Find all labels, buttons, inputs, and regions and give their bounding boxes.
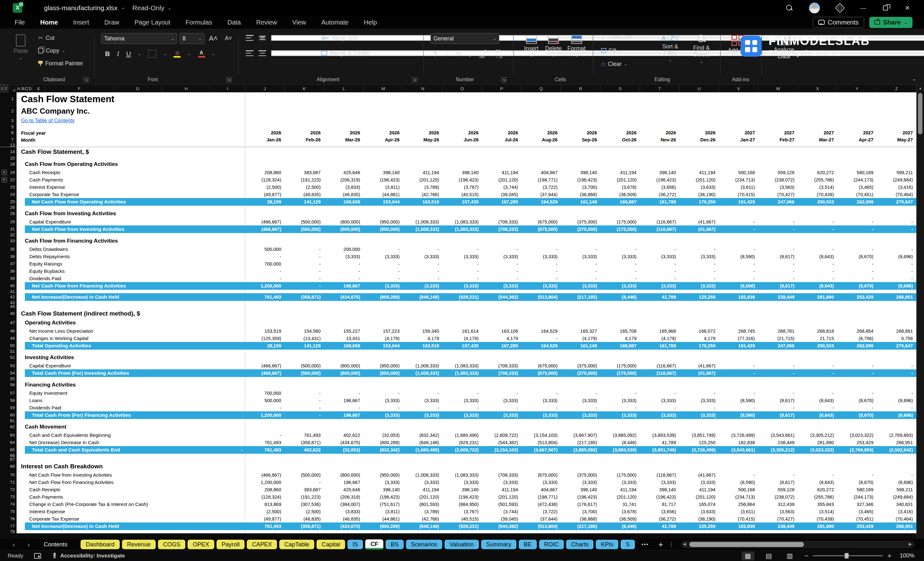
cell[interactable]: - <box>285 389 324 397</box>
cell[interactable]: 281,890 <box>798 439 837 446</box>
cell[interactable]: 247,066 <box>758 342 798 350</box>
cell[interactable]: 41,789 <box>640 439 680 446</box>
row-label[interactable] <box>16 206 245 209</box>
cell[interactable]: (500,000) <box>285 369 324 377</box>
cell[interactable]: - <box>364 404 403 411</box>
row-number[interactable]: 65 <box>8 446 16 454</box>
cell[interactable]: 2027 <box>877 129 916 136</box>
scroll-left-arrow[interactable]: ◀ <box>683 542 686 546</box>
cell[interactable]: - <box>877 225 916 233</box>
cell[interactable]: - <box>324 389 364 397</box>
cell[interactable]: (3,893,539) <box>640 431 680 439</box>
cell[interactable]: (434,675) <box>324 293 364 301</box>
row-number[interactable]: 68 <box>8 462 16 471</box>
cell[interactable]: (3,333) <box>364 411 403 419</box>
cell[interactable]: (3,656) <box>640 183 680 191</box>
cell[interactable]: 157,435 <box>442 198 482 206</box>
cell[interactable]: 411,194 <box>482 169 522 176</box>
column-header-Q[interactable]: Q <box>522 85 561 92</box>
cell[interactable]: (128,324) <box>245 493 285 501</box>
cell[interactable]: 165,968 <box>640 327 680 334</box>
sheet-tab-capital[interactable]: Capital <box>316 540 345 549</box>
cell[interactable]: - <box>482 260 522 267</box>
cell[interactable]: 191,429 <box>719 198 758 206</box>
cell[interactable]: - <box>364 275 403 282</box>
cell[interactable]: (3,333) <box>522 253 561 260</box>
row-number[interactable]: 25 <box>8 198 16 206</box>
cell[interactable]: 599,211 <box>877 169 916 176</box>
cell[interactable]: (116,667) <box>640 369 680 377</box>
row-number[interactable]: 14 <box>8 147 16 157</box>
cell[interactable]: (544,382) <box>482 293 522 301</box>
more-sheets-button[interactable]: ••• <box>642 542 649 547</box>
cell[interactable]: - <box>758 267 798 275</box>
cell[interactable]: - <box>758 471 798 478</box>
row-label[interactable]: Total Cash From (For) Financing Activiti… <box>25 411 245 419</box>
cell[interactable]: 81,717 <box>640 501 680 508</box>
cell[interactable]: - <box>758 260 798 267</box>
fill-button[interactable]: ↓ Fill⌄ <box>601 46 622 55</box>
row-number[interactable]: 55 <box>8 377 16 381</box>
cell[interactable]: 165,708 <box>600 327 640 334</box>
cell[interactable]: - <box>364 246 403 253</box>
cell[interactable]: (8,643) <box>798 411 837 419</box>
minimize-button[interactable]: — <box>860 4 866 12</box>
row-number[interactable]: 53 <box>8 362 16 369</box>
cell[interactable]: (3,726,499) <box>680 446 719 454</box>
cell[interactable]: 620,272 <box>798 169 837 176</box>
menu-tab-automate[interactable]: Automate <box>321 18 349 27</box>
row-number[interactable]: 78 <box>8 530 16 533</box>
cell[interactable]: - <box>719 389 758 397</box>
column-header-J[interactable]: J <box>245 85 285 92</box>
cell[interactable]: (3,744) <box>482 508 522 515</box>
column-header-H[interactable]: H <box>162 85 210 92</box>
cell[interactable]: - <box>600 275 640 282</box>
cell[interactable]: 125,250 <box>680 522 719 530</box>
cell[interactable]: (8,617) <box>758 397 798 404</box>
cell[interactable]: (1,008,333) <box>403 218 442 225</box>
cell[interactable]: (3,333) <box>482 282 522 290</box>
cell[interactable]: 256,864 <box>719 501 758 508</box>
underline-dropdown[interactable]: ⌄ <box>138 52 141 56</box>
clipboard-dialog-launcher[interactable]: ⇲ <box>83 77 89 82</box>
cell[interactable]: 2027 <box>719 129 758 136</box>
cell[interactable]: 268,854 <box>837 327 877 334</box>
cell[interactable]: (3,333) <box>600 411 640 419</box>
row-number[interactable]: 67 <box>8 457 16 462</box>
cell[interactable]: Feb-27 <box>758 136 798 143</box>
cell[interactable]: (1,083,333) <box>442 369 482 377</box>
cell[interactable]: 6,756 <box>877 334 916 342</box>
cell[interactable]: 262,099 <box>837 198 877 206</box>
cell[interactable]: (3,333) <box>403 411 442 419</box>
cell[interactable]: 700,000 <box>245 260 285 267</box>
sheet-nav-left-arrow[interactable]: ‹ <box>13 541 15 548</box>
cell[interactable]: 761,493 <box>245 446 285 454</box>
zoom-slider[interactable] <box>813 555 883 556</box>
cell[interactable]: (3,700) <box>561 508 600 515</box>
cell[interactable]: (3,333) <box>680 397 719 404</box>
cell[interactable]: (8,696) <box>877 411 916 419</box>
column-header-W[interactable]: W <box>758 85 798 92</box>
cell[interactable]: - <box>600 267 640 275</box>
cell[interactable]: (8,617) <box>758 282 798 290</box>
cell[interactable]: (201,120) <box>403 493 442 501</box>
zoom-percentage[interactable]: 100% <box>900 552 915 559</box>
cell[interactable]: 208,860 <box>245 169 285 176</box>
cell[interactable]: (675,000) <box>522 369 561 377</box>
cell[interactable]: - <box>324 260 364 267</box>
clear-button[interactable]: ◇ Clear⌄ <box>601 60 627 68</box>
row-label[interactable]: Investing Activities <box>16 353 245 362</box>
cell[interactable]: 164,529 <box>522 198 561 206</box>
vertical-scrollbar[interactable]: ▲ <box>916 85 924 539</box>
cell[interactable]: (116,667) <box>640 218 680 225</box>
cell[interactable]: 2026 <box>680 129 719 136</box>
cell[interactable]: (3,700) <box>561 183 600 191</box>
cell[interactable]: - <box>522 267 561 275</box>
cell[interactable]: - <box>837 471 877 478</box>
cell[interactable]: 2026 <box>482 129 522 136</box>
menu-tab-review[interactable]: Review <box>255 18 278 27</box>
cell[interactable]: (196,423) <box>640 176 680 183</box>
row-number[interactable]: 23 <box>8 183 16 191</box>
cell[interactable]: (708,333) <box>482 225 522 233</box>
cell[interactable]: (255,786) <box>798 176 837 183</box>
